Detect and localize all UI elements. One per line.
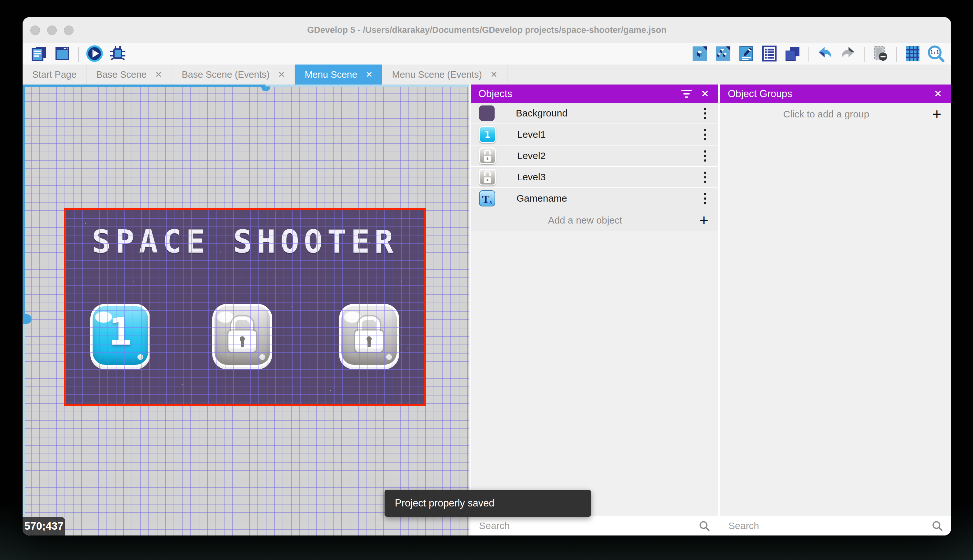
toolbar-divider bbox=[896, 47, 897, 62]
objects-editor-button[interactable] bbox=[690, 45, 709, 63]
objects-list: Background1Level1Level2Level3TxGamename bbox=[471, 103, 718, 209]
add-object-button[interactable]: Add a new object + bbox=[471, 209, 718, 231]
level-1-button-object[interactable]: 1 bbox=[90, 304, 150, 367]
object-menu-button[interactable] bbox=[704, 193, 707, 204]
toolbar-divider bbox=[864, 47, 865, 62]
object-row-level1[interactable]: 1Level1 bbox=[471, 124, 718, 145]
plus-icon: + bbox=[932, 107, 941, 122]
tab-label: Menu Scene bbox=[305, 69, 357, 80]
background-swatch-icon bbox=[479, 105, 495, 121]
object-row-level2[interactable]: Level2 bbox=[471, 145, 718, 167]
play-preview-button[interactable] bbox=[85, 45, 104, 63]
locked-button-icon bbox=[479, 169, 496, 185]
toolbar-divider bbox=[78, 47, 79, 62]
toggle-grid-icon bbox=[904, 45, 922, 64]
groups-search-input[interactable] bbox=[728, 520, 931, 532]
object-name: Background bbox=[516, 108, 704, 119]
toolbar-divider bbox=[808, 47, 809, 62]
tab-menu-scene-events[interactable]: Menu Scene (Events)✕ bbox=[382, 65, 508, 85]
close-objects-panel-button[interactable]: ✕ bbox=[701, 89, 709, 99]
locked-level-button-object[interactable] bbox=[339, 304, 399, 367]
redo-button[interactable] bbox=[839, 45, 858, 63]
main-content: SPACE SHOOTER 1 570;437 Objects bbox=[23, 85, 951, 535]
filter-icon[interactable] bbox=[681, 88, 692, 100]
close-tab-icon[interactable]: ✕ bbox=[365, 70, 373, 80]
instances-list-button[interactable] bbox=[760, 45, 779, 63]
debug-button[interactable] bbox=[108, 45, 127, 63]
object-row-level3[interactable]: Level3 bbox=[471, 167, 718, 188]
level-number: 1 bbox=[93, 309, 148, 354]
toolbar-left-group bbox=[30, 45, 127, 64]
tab-bar: Start PageBase Scene✕Base Scene (Events)… bbox=[23, 65, 951, 85]
plus-icon: + bbox=[700, 213, 708, 228]
redo-icon bbox=[839, 45, 857, 64]
object-name: Level2 bbox=[517, 150, 704, 161]
layers-icon bbox=[784, 45, 802, 64]
zoom-original-button[interactable]: 1:1 bbox=[926, 45, 945, 63]
properties-button[interactable] bbox=[737, 45, 756, 63]
object-groups-icon bbox=[714, 45, 732, 64]
object-menu-button[interactable] bbox=[704, 108, 707, 119]
tab-label: Menu Scene (Events) bbox=[392, 69, 482, 80]
object-name: Level3 bbox=[517, 172, 704, 183]
close-tab-icon[interactable]: ✕ bbox=[155, 70, 162, 80]
scene-window-icon bbox=[53, 45, 71, 64]
groups-search-row bbox=[720, 516, 951, 535]
instances-list-icon bbox=[760, 45, 778, 64]
objects-panel-title: Objects bbox=[478, 88, 681, 100]
toolbar-right-group: 1:1 bbox=[690, 45, 945, 64]
toggle-mask-icon bbox=[871, 45, 890, 64]
tab-start-page[interactable]: Start Page bbox=[23, 65, 87, 85]
window-title: GDevelop 5 - /Users/dkarakay/Documents/G… bbox=[23, 17, 951, 43]
text-object-icon: Tx bbox=[479, 190, 495, 207]
tab-label: Start Page bbox=[32, 69, 77, 80]
close-tab-icon[interactable]: ✕ bbox=[278, 70, 285, 80]
close-object-groups-panel-button[interactable]: ✕ bbox=[934, 89, 942, 99]
search-icon bbox=[931, 520, 943, 532]
object-groups-button[interactable] bbox=[714, 45, 732, 63]
objects-search-row bbox=[471, 516, 718, 535]
object-menu-button[interactable] bbox=[704, 172, 707, 183]
toggle-grid-button[interactable] bbox=[903, 45, 922, 63]
objects-editor-icon bbox=[691, 45, 709, 64]
properties-icon bbox=[737, 45, 755, 64]
object-menu-button[interactable] bbox=[704, 150, 707, 162]
level-buttons-row: 1 bbox=[65, 304, 424, 367]
scene-window-button[interactable] bbox=[53, 45, 72, 63]
undo-icon bbox=[816, 45, 834, 64]
project-manager-button[interactable] bbox=[30, 45, 48, 63]
object-groups-panel: Object Groups ✕ Click to add a group + bbox=[720, 85, 951, 535]
tab-menu-scene[interactable]: Menu Scene✕ bbox=[295, 65, 382, 85]
debug-icon bbox=[109, 45, 127, 64]
object-name: Gamename bbox=[516, 193, 704, 204]
objects-panel: Objects ✕ Background1Level1Level2Level3T… bbox=[470, 85, 718, 535]
vertical-scrollbar-thumb[interactable] bbox=[23, 314, 32, 324]
gamename-text-object[interactable]: SPACE SHOOTER bbox=[65, 223, 424, 260]
game-window-frame[interactable]: SPACE SHOOTER 1 bbox=[64, 208, 426, 406]
objects-search-input[interactable] bbox=[478, 520, 698, 532]
app-window: GDevelop 5 - /Users/dkarakay/Documents/G… bbox=[23, 17, 951, 535]
scene-canvas[interactable]: SPACE SHOOTER 1 570;437 bbox=[23, 85, 470, 535]
lock-icon bbox=[355, 317, 383, 352]
tab-base-scene[interactable]: Base Scene✕ bbox=[87, 65, 172, 85]
undo-button[interactable] bbox=[816, 45, 834, 63]
tab-base-scene-events[interactable]: Base Scene (Events)✕ bbox=[172, 65, 295, 85]
tab-label: Base Scene (Events) bbox=[182, 69, 269, 80]
horizontal-scrollbar-thumb[interactable] bbox=[261, 87, 270, 91]
vertical-scrollbar[interactable] bbox=[23, 85, 25, 535]
toggle-mask-button[interactable] bbox=[871, 45, 890, 63]
zoom-original-icon: 1:1 bbox=[926, 44, 945, 64]
object-row-gamename[interactable]: TxGamename bbox=[471, 188, 718, 209]
object-menu-button[interactable] bbox=[704, 129, 707, 140]
object-row-background[interactable]: Background bbox=[471, 103, 718, 124]
cursor-coordinates-badge: 570;437 bbox=[23, 517, 65, 535]
object-groups-panel-title: Object Groups bbox=[728, 88, 934, 100]
window-titlebar: GDevelop 5 - /Users/dkarakay/Documents/G… bbox=[23, 17, 951, 43]
close-tab-icon[interactable]: ✕ bbox=[490, 70, 498, 80]
locked-level-button-object[interactable] bbox=[212, 304, 272, 367]
desktop-background: GDevelop 5 - /Users/dkarakay/Documents/G… bbox=[0, 0, 973, 560]
layers-button[interactable] bbox=[783, 45, 802, 63]
search-icon bbox=[698, 520, 710, 532]
horizontal-scrollbar[interactable] bbox=[23, 85, 470, 87]
add-group-button[interactable]: Click to add a group + bbox=[720, 103, 951, 125]
